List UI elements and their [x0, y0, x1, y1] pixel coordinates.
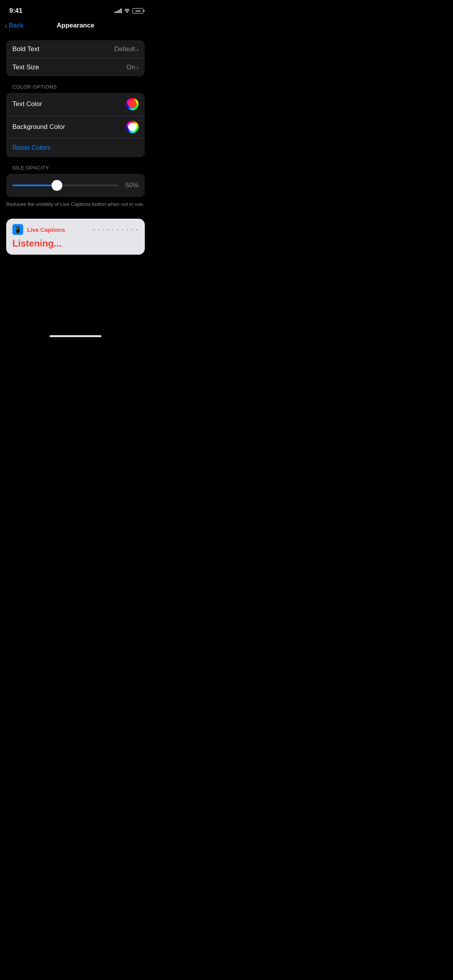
back-chevron-icon: ‹	[5, 22, 7, 29]
bottom-spacer	[0, 255, 151, 332]
text-size-label: Text Size	[12, 63, 39, 71]
phone-icon-container: 📱	[12, 224, 23, 235]
slider-row: 50%	[12, 179, 139, 192]
slider-description: Reduces the visibility of Live Captions …	[6, 201, 145, 208]
live-captions-card[interactable]: 📱 Live Captions • • • • • • • • • • List…	[6, 219, 145, 255]
background-color-circle[interactable]	[126, 121, 139, 133]
background-color-row[interactable]: Background Color	[6, 115, 145, 138]
status-icons: 100	[115, 8, 143, 14]
idle-opacity-label: IDLE OPACITY	[12, 165, 139, 171]
slider-track	[12, 185, 118, 186]
bold-text-row[interactable]: Bold Text Default ›	[6, 40, 145, 58]
slider-thumb[interactable]	[51, 180, 62, 191]
wifi-icon	[124, 8, 130, 14]
color-options-card: Text Color Background Color Reset Colors	[6, 93, 145, 157]
text-color-circle[interactable]	[126, 98, 139, 110]
home-indicator	[0, 332, 151, 339]
idle-opacity-section: IDLE OPACITY 50% Reduces the visibility …	[0, 165, 151, 208]
status-bar: 9:41 100	[0, 0, 151, 19]
text-settings-card: Bold Text Default › Text Size On ›	[6, 40, 145, 76]
live-captions-status: Listening...	[12, 238, 139, 249]
text-size-row[interactable]: Text Size On ›	[6, 58, 145, 76]
bold-text-value: Default ›	[114, 45, 139, 53]
nav-header: ‹ Back Appearance	[0, 19, 151, 34]
live-captions-header: 📱 Live Captions • • • • • • • • • •	[12, 224, 139, 235]
text-color-inner	[128, 100, 137, 108]
background-color-inner	[128, 123, 137, 131]
slider-card: 50%	[6, 174, 145, 197]
reset-colors-button[interactable]: Reset Colors	[12, 144, 50, 151]
text-color-label: Text Color	[12, 100, 42, 108]
back-label[interactable]: Back	[9, 22, 24, 29]
battery-icon: 100	[132, 8, 143, 14]
bold-text-label: Bold Text	[12, 45, 39, 53]
page-title: Appearance	[57, 22, 94, 29]
phone-icon: 📱	[14, 226, 22, 233]
text-color-row[interactable]: Text Color	[6, 93, 145, 115]
reset-colors-row[interactable]: Reset Colors	[6, 138, 145, 157]
background-color-label: Background Color	[12, 123, 65, 131]
slider-wrapper[interactable]	[12, 179, 118, 192]
color-options-label: COLOR OPTIONS	[12, 84, 139, 90]
live-captions-left: 📱 Live Captions	[12, 224, 65, 235]
slider-fill	[12, 185, 57, 186]
text-size-value: On ›	[126, 63, 139, 71]
signal-icon	[115, 9, 122, 13]
live-captions-title: Live Captions	[27, 226, 65, 233]
dots-icon: • • • • • • • • • •	[93, 228, 139, 232]
bold-text-chevron-icon: ›	[137, 46, 139, 53]
home-bar	[50, 335, 101, 337]
text-size-chevron-icon: ›	[137, 64, 139, 71]
slider-value: 50%	[123, 182, 139, 189]
back-button[interactable]: ‹ Back	[5, 22, 23, 29]
status-time: 9:41	[9, 7, 22, 15]
